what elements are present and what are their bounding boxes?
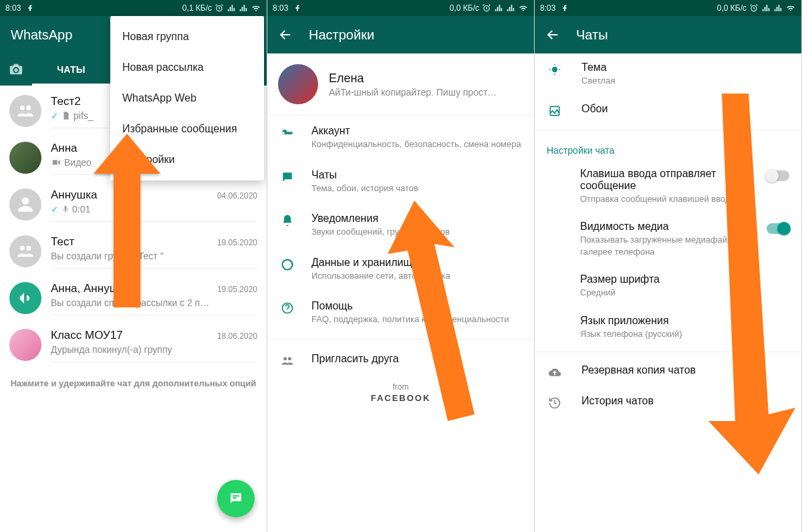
back-button[interactable] bbox=[278, 27, 293, 42]
toggle-media-visibility[interactable] bbox=[767, 223, 789, 234]
tab-chats[interactable]: ЧАТЫ bbox=[32, 53, 110, 86]
chat-sub: Видео bbox=[64, 157, 92, 168]
chat-sub: pifs_ bbox=[74, 110, 94, 121]
profile-row[interactable]: Елена АйТи-шный копирайтер. Пишу прост… bbox=[267, 53, 534, 116]
setting-media-visibility[interactable]: Видимость медиаПоказывать загруженные ме… bbox=[535, 213, 801, 265]
setting-title: Пригласить друга bbox=[311, 353, 522, 365]
video-icon bbox=[51, 158, 61, 167]
setting-title: Видимость медиа bbox=[580, 221, 748, 233]
setting-title: Чаты bbox=[311, 169, 522, 181]
mic-icon bbox=[61, 205, 70, 214]
profile-name: Елена bbox=[329, 72, 497, 86]
chat-row[interactable]: Аннушка04.06.2020 ✓0:01 bbox=[0, 182, 267, 229]
screen-settings: 8:03 0,0 КБ/с Настройки Елена АйТи-шный … bbox=[267, 0, 535, 532]
check-icon: ✓ bbox=[51, 204, 59, 215]
menu-starred[interactable]: Избранные сообщения bbox=[110, 114, 264, 144]
setting-data[interactable]: Данные и хранилищеИспользование сети, ав… bbox=[267, 247, 534, 291]
chat-row[interactable]: Тест19.05.2020 Вы создали группу "Тест " bbox=[0, 229, 267, 275]
wifi-icon bbox=[785, 3, 796, 13]
setting-title: Тема bbox=[581, 61, 789, 74]
person-icon bbox=[17, 196, 34, 213]
setting-chats[interactable]: ЧатыТема, обои, история чатов bbox=[267, 160, 534, 204]
people-icon bbox=[279, 353, 295, 368]
key-icon bbox=[279, 125, 295, 140]
cloud-upload-icon bbox=[547, 364, 563, 379]
avatar[interactable] bbox=[9, 329, 41, 361]
setting-help[interactable]: ПомощьFAQ, поддержка, политика конфиденц… bbox=[267, 291, 534, 335]
setting-theme[interactable]: ТемаСветлая bbox=[535, 53, 801, 95]
facebook-icon bbox=[561, 4, 569, 12]
chat-row[interactable]: Анна, Аннушка19.05.2020 Вы создали списо… bbox=[0, 275, 267, 322]
wifi-icon bbox=[518, 3, 529, 13]
menu-settings[interactable]: Настройки bbox=[110, 144, 264, 175]
chat-name: Аннушка bbox=[51, 188, 98, 202]
setting-title: Резервная копия чатов bbox=[581, 364, 789, 376]
setting-title: Помощь bbox=[311, 300, 522, 312]
arrow-left-icon bbox=[278, 27, 293, 42]
chat-name: Тест2 bbox=[51, 95, 81, 108]
back-button[interactable] bbox=[545, 27, 560, 42]
setting-history[interactable]: История чатов bbox=[535, 387, 801, 418]
status-bar: 8:03 0,1 КБ/с bbox=[0, 0, 267, 16]
signal-icon bbox=[227, 3, 236, 13]
setting-enter-send[interactable]: Клавиша ввода отправляет сообщениеОтправ… bbox=[535, 160, 801, 213]
arrow-left-icon bbox=[545, 27, 560, 42]
chat-sub: Дурында покинул(-а) группу bbox=[51, 344, 172, 355]
divider bbox=[535, 130, 801, 130]
setting-sub: Показывать загруженные медиафайлы в гале… bbox=[580, 234, 748, 257]
menu-whatsapp-web[interactable]: WhatsApp Web bbox=[110, 83, 264, 114]
setting-wallpaper[interactable]: Обои bbox=[535, 95, 801, 126]
avatar[interactable] bbox=[9, 95, 41, 127]
chat-name: Анна bbox=[51, 142, 78, 155]
setting-app-language[interactable]: Язык приложенияЯзык телефона (русский) bbox=[535, 307, 801, 348]
avatar[interactable] bbox=[9, 188, 41, 221]
setting-sub: Конфиденциальность, безопасность, смена … bbox=[311, 138, 522, 150]
setting-title: Размер шрифта bbox=[580, 273, 789, 285]
setting-title: Уведомления bbox=[311, 213, 522, 225]
setting-sub: Отправка сообщений клавишей ввода bbox=[580, 193, 748, 205]
setting-sub: Язык телефона (русский) bbox=[580, 328, 789, 340]
status-net: 0,0 КБ/с bbox=[450, 3, 479, 13]
chat-date: 19.05.2020 bbox=[217, 285, 257, 294]
alarm-icon bbox=[215, 3, 224, 13]
chat-icon bbox=[279, 169, 295, 184]
setting-sub: Тема, обои, история чатов bbox=[311, 182, 522, 194]
setting-sub: FAQ, поддержка, политика конфиденциально… bbox=[311, 313, 522, 325]
setting-account[interactable]: АккаунтКонфиденциальность, безопасность,… bbox=[267, 116, 534, 160]
page-title: Чаты bbox=[576, 27, 608, 43]
chat-row[interactable]: Класс МОУ1718.06.2020 Дурында покинул(-а… bbox=[0, 322, 267, 369]
toggle-enter-send[interactable] bbox=[767, 170, 789, 181]
document-icon bbox=[61, 111, 71, 120]
menu-new-broadcast[interactable]: Новая рассылка bbox=[110, 52, 264, 83]
new-chat-fab[interactable] bbox=[217, 480, 255, 517]
setting-sub: Использование сети, автозагрузка bbox=[311, 270, 522, 282]
chat-name: Тест bbox=[51, 235, 74, 249]
setting-font-size[interactable]: Размер шрифтаСредний bbox=[535, 265, 801, 307]
broadcast-icon bbox=[17, 290, 33, 306]
page-title: Настройки bbox=[309, 27, 374, 43]
alarm-icon bbox=[749, 3, 759, 13]
status-time: 8:03 bbox=[5, 3, 21, 13]
wallpaper-icon bbox=[547, 103, 563, 118]
setting-invite[interactable]: Пригласить друга bbox=[267, 344, 534, 377]
avatar[interactable] bbox=[9, 282, 41, 314]
chat-date: 19.05.2020 bbox=[217, 238, 257, 247]
setting-notifications[interactable]: УведомленияЗвуки сообщений, групп и звон… bbox=[267, 203, 534, 247]
setting-backup[interactable]: Резервная копия чатов bbox=[535, 356, 801, 387]
camera-tab[interactable] bbox=[0, 62, 32, 77]
avatar[interactable] bbox=[9, 142, 41, 174]
setting-title: Данные и хранилище bbox=[311, 257, 522, 269]
setting-title: Язык приложения bbox=[580, 315, 789, 327]
avatar[interactable] bbox=[278, 64, 318, 104]
menu-new-group[interactable]: Новая группа bbox=[110, 21, 264, 52]
bell-icon bbox=[279, 213, 295, 227]
facebook-icon bbox=[26, 4, 34, 12]
avatar[interactable] bbox=[9, 235, 41, 267]
screen-chat-settings: 8:03 0,0 КБ/с Чаты ТемаСветлая Обои Наст… bbox=[535, 0, 802, 532]
alarm-icon bbox=[482, 3, 491, 13]
setting-title: Обои bbox=[581, 103, 789, 115]
signal-icon bbox=[494, 3, 503, 13]
setting-title: Аккаунт bbox=[311, 125, 522, 137]
chat-date: 04.06.2020 bbox=[217, 191, 257, 201]
wifi-icon bbox=[251, 3, 261, 13]
